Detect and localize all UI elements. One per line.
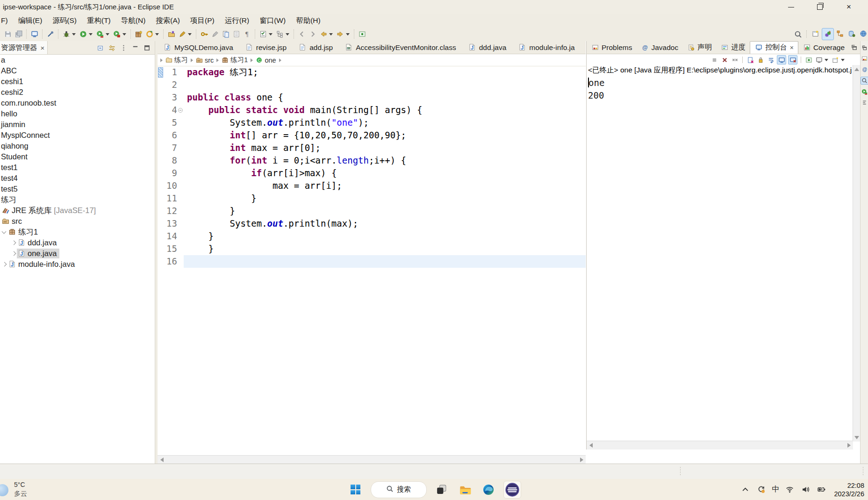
key-icon[interactable] [200,30,208,39]
tab-problems[interactable]: Problems [587,42,636,54]
tree-item-a[interactable]: a [0,55,155,65]
save-icon[interactable] [3,30,12,39]
annotate-icon[interactable] [178,30,187,39]
breadcrumb-arrow-icon[interactable] [191,58,193,62]
tree-item-dddjava[interactable]: Jddd.java [0,237,155,248]
scroll-left-icon[interactable] [588,442,594,449]
menu-item-t[interactable]: 重构(T) [82,15,116,27]
tree-item-qiahong[interactable]: qiahong [0,141,155,151]
close-view-icon[interactable]: × [41,44,45,52]
tree-item-jianmin[interactable]: jianmin [0,119,155,130]
debug-perspective-icon[interactable] [846,28,857,39]
restore-panel-icon[interactable] [861,44,868,51]
task-view-button[interactable] [433,481,450,498]
tree-item-[interactable]: 练习 [0,194,155,205]
search-icon[interactable] [794,30,802,39]
scroll-right-icon[interactable] [846,442,852,449]
breadcrumb-arrow-icon[interactable] [216,58,219,62]
scroll-down-icon[interactable] [854,434,860,441]
sync-icon[interactable] [757,485,766,494]
checklist-icon[interactable] [258,30,267,39]
menu-item-s[interactable]: 源码(S) [47,15,82,27]
tree-item-test1[interactable]: test1 [0,162,155,173]
menu-item-f[interactable]: F) [0,15,13,26]
run-icon[interactable] [79,30,87,39]
minimize-icon[interactable] [131,43,140,52]
show-stdout-icon[interactable] [777,55,786,64]
tree-item-ceshi1[interactable]: ceshi1 [0,76,155,87]
tree-item-onejava[interactable]: Jone.java [0,248,155,259]
terminate-icon[interactable] [710,56,718,64]
tree-item-moduleinfojava[interactable]: Jmodule-info.java [0,259,155,270]
hierarchy-perspective-icon[interactable] [834,28,846,39]
debug-icon[interactable] [62,30,71,39]
editor-tab-dddjava[interactable]: Jddd.java [462,41,513,54]
tab-coverage[interactable]: Coverage [798,42,849,54]
editor-hscrollbar[interactable] [158,455,586,464]
wifi-icon[interactable] [785,485,794,494]
tree-item-mysplconnect[interactable]: MysplConnect [0,130,155,141]
view-menu-icon[interactable] [119,43,128,52]
close-button[interactable]: × [834,0,863,14]
save-all-icon[interactable] [14,30,23,39]
list-doc-icon[interactable] [232,30,241,39]
minimize-button[interactable] [776,0,805,14]
menu-item-r[interactable]: 运行(R) [220,15,255,27]
scroll-right-icon[interactable] [578,457,585,463]
remove-launch-icon[interactable] [720,56,729,64]
chevron-right-icon[interactable] [1,261,7,268]
remove-all-icon[interactable] [731,56,739,64]
editor-tab-accessibilityeventmonitorclass[interactable]: 010AccessibilityEventMonitor.class [339,41,462,54]
menu-item-w[interactable]: 窗口(W) [254,15,291,27]
dropdown-caret-icon[interactable] [122,33,126,36]
weather-widget[interactable]: 5°C 多云 [14,480,27,498]
menu-item-h[interactable]: 帮助(H) [291,15,326,27]
outline-mini-icon[interactable] [861,99,868,106]
dropdown-caret-icon[interactable] [329,33,333,36]
clear-console-icon[interactable] [746,56,754,64]
scroll-up-icon[interactable] [854,66,860,72]
breadcrumb-item-[interactable]: 练习 [165,56,188,64]
menu-item-p[interactable]: 项目(P) [185,15,220,27]
editor-tab-mysqldemojava[interactable]: JMySQLDemo.java [158,41,239,54]
dropdown-caret-icon[interactable] [269,33,273,36]
open-console-icon[interactable] [831,56,839,64]
tree-item-hello[interactable]: hello [0,108,155,119]
breadcrumb-item-one[interactable]: Cone [256,57,276,64]
menu-item-a[interactable]: 搜索(A) [151,15,185,27]
tree-item-ceshi2[interactable]: ceshi2 [0,87,155,98]
console-vscrollbar[interactable] [853,65,861,442]
clock[interactable]: 22:08 2023/2/26 [834,481,864,498]
dropdown-caret-icon[interactable] [155,33,159,36]
search-wand-icon[interactable] [46,30,55,39]
chevron-right-icon[interactable] [10,250,17,257]
start-button[interactable] [347,481,364,498]
tree-item-test5[interactable]: test5 [0,184,155,194]
pilcrow-icon[interactable]: ¶ [243,30,251,39]
nav-fwd-thin-icon[interactable] [308,30,317,39]
eclipse-button[interactable] [503,481,521,499]
coverage-mini-icon[interactable] [861,88,868,95]
tree-item-1[interactable]: 练习1 [0,227,155,237]
tab-[interactable]: 声明 [682,42,716,54]
breadcrumb-arrow-icon[interactable] [279,58,281,62]
tab-javadoc[interactable]: @Javadoc [636,42,682,54]
breadcrumb-item-src[interactable]: src [196,57,214,64]
display-console-icon[interactable] [815,56,823,64]
breadcrumb-arrow-icon[interactable] [251,58,253,62]
fwd-gold-icon[interactable] [336,30,344,39]
pen-grey-icon[interactable] [210,30,219,39]
maximize-icon[interactable] [143,43,151,52]
dropdown-caret-icon[interactable] [346,33,350,36]
tree-item-src[interactable]: src [0,216,155,227]
tree-view-icon[interactable] [275,30,284,39]
word-wrap-icon[interactable] [767,56,775,64]
tab-package-explorer[interactable]: 资源管理器 × [0,41,48,54]
tree-item-comrunoobtest[interactable]: com.runoob.test [0,98,155,108]
coverage-icon[interactable] [95,30,104,39]
fold-collapse-icon[interactable] [177,107,184,113]
collapse-all-icon[interactable] [96,43,105,52]
pin-console-icon[interactable] [804,56,813,64]
problems-mini-icon[interactable] [861,55,868,62]
tab-[interactable]: 进度 [716,42,750,54]
